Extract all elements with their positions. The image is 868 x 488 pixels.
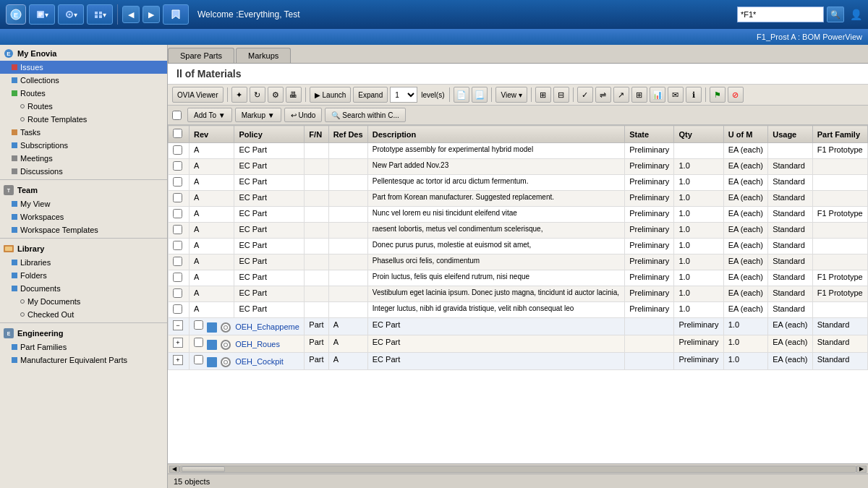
h-scrollbar[interactable]: ◀ ▶ bbox=[168, 463, 868, 474]
print-icon-btn[interactable]: 🖶 bbox=[286, 87, 302, 103]
row-checkbox[interactable] bbox=[173, 161, 182, 171]
sidebar-item-folders[interactable]: Folders bbox=[0, 269, 167, 282]
expand-btn[interactable]: + bbox=[173, 338, 183, 348]
sidebar-item-subscriptions[interactable]: Subscriptions bbox=[0, 139, 167, 152]
sidebar-section-team[interactable]: T Team bbox=[0, 181, 167, 197]
info-icon-btn[interactable]: ℹ bbox=[686, 87, 702, 103]
row-checkbox[interactable] bbox=[173, 304, 182, 314]
header-checkbox[interactable] bbox=[173, 129, 182, 138]
sidebar-item-documents[interactable]: Documents bbox=[0, 282, 167, 295]
expand-btn[interactable]: − bbox=[173, 320, 183, 330]
row-checkbox[interactable] bbox=[194, 355, 203, 364]
add-to-btn[interactable]: Add To ▼ bbox=[187, 108, 232, 122]
sidebar-item-routes-sub[interactable]: Routes bbox=[0, 100, 167, 113]
part-link[interactable]: OEH_Cockpit bbox=[235, 357, 284, 366]
doc2-icon-btn[interactable]: 📃 bbox=[472, 87, 488, 103]
add-icon-btn[interactable]: ✦ bbox=[231, 87, 247, 103]
doc-icon-btn[interactable]: 📄 bbox=[454, 87, 469, 103]
row-checkbox[interactable] bbox=[173, 273, 182, 282]
col-description[interactable]: Description bbox=[367, 126, 624, 143]
sidebar-item-issues[interactable]: Issues bbox=[0, 61, 167, 74]
row-checkbox[interactable] bbox=[173, 241, 182, 250]
tools-btn[interactable]: ▾ bbox=[58, 4, 84, 25]
col-rev[interactable]: Rev bbox=[190, 126, 234, 143]
sidebar-item-routes[interactable]: Routes bbox=[0, 87, 167, 100]
row-checkbox[interactable] bbox=[173, 288, 182, 298]
sidebar-item-part-families[interactable]: Part Families bbox=[0, 341, 167, 354]
col-usage[interactable]: Usage bbox=[768, 126, 813, 143]
scroll-left-btn[interactable]: ◀ bbox=[169, 466, 179, 473]
sidebar-item-manufacturer-equiv[interactable]: Manufacturer Equivalent Parts bbox=[0, 354, 167, 367]
config-icon-btn[interactable]: ⚙ bbox=[268, 87, 284, 103]
search-input[interactable] bbox=[737, 7, 824, 22]
row-checkbox[interactable] bbox=[173, 257, 182, 266]
sidebar-section-library[interactable]: Library bbox=[0, 240, 167, 256]
sidebar-item-discussions[interactable]: Discussions bbox=[0, 165, 167, 178]
row-checkbox[interactable] bbox=[173, 177, 182, 187]
scroll-thumb[interactable] bbox=[182, 466, 225, 472]
sidebar-item-collections[interactable]: Collections bbox=[0, 74, 167, 87]
back-btn[interactable]: ◀ bbox=[122, 6, 140, 23]
mail-icon-btn[interactable]: ✉ bbox=[668, 87, 684, 103]
row-checkbox[interactable] bbox=[194, 338, 203, 347]
part-link[interactable]: OEH_Roues bbox=[235, 340, 280, 348]
row-checkbox[interactable] bbox=[173, 193, 182, 202]
ovia-viewer-btn[interactable]: OVIA Viewer bbox=[172, 87, 224, 103]
check-icon-btn[interactable]: ✓ bbox=[577, 87, 593, 103]
view-btn[interactable]: View▾ bbox=[495, 87, 527, 103]
expand-btn[interactable]: + bbox=[173, 355, 183, 365]
tab-markups[interactable]: Markups bbox=[236, 48, 291, 63]
sidebar-section-my-enovia[interactable]: E My Enovia bbox=[0, 45, 167, 61]
sidebar-item-meetings[interactable]: Meetings bbox=[0, 152, 167, 165]
sidebar-item-my-documents[interactable]: My Documents bbox=[0, 295, 167, 308]
stop-icon-btn[interactable]: ⊘ bbox=[728, 87, 744, 103]
sidebar-item-workspace-templates[interactable]: Workspace Templates bbox=[0, 223, 167, 236]
col-uom[interactable]: U of M bbox=[723, 126, 768, 143]
markup-btn[interactable]: Markup ▼ bbox=[235, 108, 281, 122]
my-docs-icon bbox=[20, 299, 25, 304]
expand-level-select[interactable]: 123All bbox=[390, 87, 417, 103]
refresh-icon-btn[interactable]: ↻ bbox=[250, 87, 265, 103]
extra-btn[interactable]: ▾ bbox=[87, 4, 113, 25]
sidebar-item-workspaces[interactable]: Workspaces bbox=[0, 210, 167, 223]
col-refdes[interactable]: Ref Des bbox=[328, 126, 367, 143]
bookmark-btn[interactable] bbox=[163, 4, 189, 25]
view-title: F1_Prost A : BOM PowerView bbox=[757, 33, 862, 41]
col-partfamily[interactable]: Part Family bbox=[812, 126, 867, 143]
search-within-btn[interactable]: 🔍 Search within C... bbox=[325, 108, 405, 122]
search-submit-btn[interactable]: 🔍 bbox=[827, 7, 844, 22]
row-checkbox[interactable] bbox=[173, 209, 182, 218]
sidebar-item-tasks[interactable]: Tasks bbox=[0, 126, 167, 139]
tab-spare-parts[interactable]: Spare Parts bbox=[168, 48, 234, 63]
sidebar-item-libraries[interactable]: Libraries bbox=[0, 256, 167, 269]
sidebar-section-engineering[interactable]: E Engineering bbox=[0, 325, 167, 341]
scroll-right-btn[interactable]: ▶ bbox=[856, 466, 867, 473]
sidebar-item-checked-out[interactable]: Checked Out bbox=[0, 308, 167, 321]
row-checkbox[interactable] bbox=[173, 225, 182, 234]
grid-icon-btn[interactable]: ⊞ bbox=[535, 87, 551, 103]
chart-icon-btn[interactable]: 📊 bbox=[650, 87, 665, 103]
forward-btn[interactable]: ▶ bbox=[142, 6, 160, 23]
table-icon-btn[interactable]: ⊞ bbox=[631, 87, 647, 103]
sidebar-item-my-view[interactable]: My View bbox=[0, 197, 167, 210]
undo-btn[interactable]: ↩ Undo bbox=[284, 108, 323, 122]
table-row: − OEH_Echappeme Part A EC Part Prelimina… bbox=[169, 318, 868, 335]
sidebar-item-route-templates[interactable]: Route Templates bbox=[0, 113, 167, 126]
col-policy[interactable]: Policy bbox=[234, 126, 305, 143]
select-all-checkbox[interactable] bbox=[172, 111, 182, 120]
export-icon-btn[interactable]: ↗ bbox=[613, 87, 629, 103]
part-link[interactable]: OEH_Echappeme bbox=[235, 322, 299, 331]
compare-icon-btn[interactable]: ⇌ bbox=[595, 87, 611, 103]
table-row: A EC Part Phasellus orci felis, condimen… bbox=[169, 254, 868, 270]
expand-btn[interactable]: Expand bbox=[353, 87, 388, 103]
col-state[interactable]: State bbox=[625, 126, 674, 143]
row-checkbox[interactable] bbox=[173, 145, 182, 155]
col-fn[interactable]: F/N bbox=[305, 126, 328, 143]
file-menu-btn[interactable]: ▾ bbox=[29, 4, 55, 25]
grid2-icon-btn[interactable]: ⊟ bbox=[553, 87, 569, 103]
row-checkbox[interactable] bbox=[194, 320, 203, 330]
scroll-track[interactable] bbox=[179, 466, 856, 473]
launch-btn[interactable]: ▶ Launch bbox=[310, 87, 352, 103]
col-qty[interactable]: Qty bbox=[674, 126, 723, 143]
flag-icon-btn[interactable]: ⚑ bbox=[710, 87, 726, 103]
